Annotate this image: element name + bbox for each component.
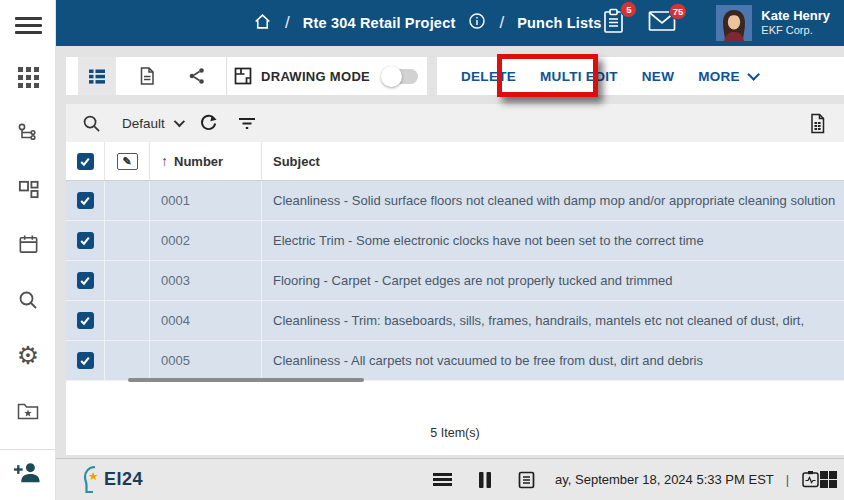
document-view-icon[interactable] bbox=[128, 57, 166, 95]
info-icon[interactable] bbox=[468, 12, 486, 34]
refresh-icon[interactable] bbox=[192, 106, 226, 140]
column-header-number[interactable]: ↑ Number bbox=[150, 142, 262, 180]
horizontal-scrollbar[interactable] bbox=[128, 378, 364, 382]
add-user-icon[interactable] bbox=[12, 458, 43, 493]
taskbar-separator: | bbox=[786, 472, 789, 487]
workflow-branch-icon[interactable] bbox=[16, 121, 40, 145]
dashboard-icon[interactable] bbox=[16, 177, 40, 201]
user-menu[interactable]: Kate Henry EKF Corp. bbox=[761, 8, 830, 38]
breadcrumb: / Rte 304 Retail Project / Punch Lists bbox=[253, 12, 602, 35]
taskbar-pause-icon[interactable] bbox=[478, 472, 492, 488]
column-header-subject[interactable]: Subject bbox=[262, 154, 844, 169]
tasks-badge: 5 bbox=[620, 1, 637, 18]
markup-column-icon[interactable]: ✎ bbox=[117, 153, 138, 170]
desktop-taskbar: EI24 ay, September 18, 2024 5:33 PM EST … bbox=[56, 458, 844, 500]
row-checkbox[interactable] bbox=[77, 312, 94, 329]
user-avatar[interactable] bbox=[716, 5, 752, 41]
select-all-checkbox[interactable] bbox=[77, 153, 94, 170]
table-search-icon[interactable] bbox=[74, 106, 108, 140]
app-header: / Rte 304 Retail Project / Punch Lists 5 bbox=[56, 0, 844, 46]
user-name: Kate Henry bbox=[761, 8, 830, 24]
user-org: EKF Corp. bbox=[761, 24, 830, 38]
row-checkbox[interactable] bbox=[77, 232, 94, 249]
menu-hamburger-icon[interactable] bbox=[15, 13, 42, 35]
list-view-icon[interactable] bbox=[78, 57, 116, 95]
row-subject: Cleanliness - All carpets not vacuumed t… bbox=[262, 341, 844, 380]
action-toolbar: DELETE MULTI EDIT NEW MORE bbox=[437, 57, 844, 95]
table-row[interactable]: 0003 Flooring - Carpet - Carpet edges ar… bbox=[66, 261, 844, 301]
header-right: 5 75 Kate Henry EKF Corp. bbox=[602, 5, 844, 41]
search-icon[interactable] bbox=[16, 288, 40, 312]
row-subject: Cleanliness - Trim: baseboards, sills, f… bbox=[262, 301, 844, 340]
row-number: 0001 bbox=[150, 181, 262, 220]
table-row[interactable]: 0001 Cleanliness - Solid surface floors … bbox=[66, 181, 844, 221]
table-row[interactable]: 0004 Cleanliness - Trim: baseboards, sil… bbox=[66, 301, 844, 341]
calendar-icon[interactable] bbox=[16, 232, 40, 256]
drawing-mode-icon bbox=[233, 66, 253, 86]
row-checkbox[interactable] bbox=[77, 272, 94, 289]
row-number: 0004 bbox=[150, 301, 262, 340]
chevron-down-icon bbox=[174, 116, 185, 127]
table-header-row: ✎ ↑ Number Subject bbox=[66, 142, 844, 181]
taskbar-menu-icon[interactable] bbox=[433, 472, 452, 487]
share-icon[interactable] bbox=[178, 57, 216, 95]
breadcrumb-separator: / bbox=[285, 13, 290, 33]
view-selector-value: Default bbox=[122, 116, 165, 131]
item-count: 5 Item(s) bbox=[66, 426, 844, 440]
row-checkbox[interactable] bbox=[77, 352, 94, 369]
chevron-down-icon bbox=[747, 68, 760, 81]
new-button[interactable]: NEW bbox=[642, 69, 674, 84]
toolbar-divider bbox=[226, 57, 227, 95]
messages-envelope-icon[interactable]: 75 bbox=[648, 10, 676, 36]
view-toolbar: DRAWING MODE bbox=[66, 57, 427, 95]
taskbar-notes-icon[interactable] bbox=[518, 471, 535, 489]
more-button[interactable]: MORE bbox=[698, 69, 756, 84]
messages-badge: 75 bbox=[669, 3, 688, 20]
filter-icon[interactable] bbox=[230, 106, 264, 140]
windows-logo-icon[interactable] bbox=[820, 471, 837, 488]
filter-bar: Default bbox=[66, 104, 844, 142]
sort-ascending-icon: ↑ bbox=[161, 153, 168, 169]
left-sidebar: ⚙ bbox=[0, 0, 56, 500]
row-subject: Flooring - Carpet - Carpet edges are not… bbox=[262, 261, 844, 300]
tasks-clipboard-icon[interactable]: 5 bbox=[602, 8, 626, 38]
breadcrumb-separator: / bbox=[499, 13, 504, 33]
drawing-mode-label: DRAWING MODE bbox=[261, 69, 370, 84]
breadcrumb-page[interactable]: Punch Lists bbox=[517, 15, 601, 31]
more-label: MORE bbox=[698, 69, 740, 84]
punch-list-table: ✎ ↑ Number Subject 0001 Cleanliness - So… bbox=[66, 142, 844, 455]
ei24-logo[interactable]: EI24 bbox=[80, 464, 143, 496]
home-icon[interactable] bbox=[253, 12, 272, 35]
taskbar-datetime[interactable]: ay, September 18, 2024 5:33 PM EST bbox=[555, 472, 774, 487]
sidebar-divider bbox=[0, 449, 56, 450]
ei24-logo-text: EI24 bbox=[104, 469, 143, 490]
row-subject: Electric Trim - Some electronic clocks h… bbox=[262, 221, 844, 260]
row-number: 0005 bbox=[150, 341, 262, 380]
taskbar-activity-icon[interactable] bbox=[801, 470, 820, 489]
view-selector-dropdown[interactable]: Default bbox=[122, 116, 182, 131]
starred-folder-icon[interactable] bbox=[16, 399, 40, 423]
table-row[interactable]: 0002 Electric Trim - Some electronic clo… bbox=[66, 221, 844, 261]
row-number: 0002 bbox=[150, 221, 262, 260]
delete-button[interactable]: DELETE bbox=[461, 69, 516, 84]
settings-gear-icon[interactable]: ⚙ bbox=[16, 343, 40, 367]
export-spreadsheet-icon[interactable] bbox=[800, 106, 834, 140]
row-number: 0003 bbox=[150, 261, 262, 300]
apps-grid-icon[interactable] bbox=[16, 65, 40, 89]
multi-edit-button[interactable]: MULTI EDIT bbox=[540, 69, 618, 84]
row-subject: Cleanliness - Solid surface floors not c… bbox=[262, 181, 844, 220]
breadcrumb-project[interactable]: Rte 304 Retail Project bbox=[303, 15, 456, 31]
row-checkbox[interactable] bbox=[77, 192, 94, 209]
drawing-mode-toggle[interactable] bbox=[384, 69, 418, 84]
table-row[interactable]: 0005 Cleanliness - All carpets not vacuu… bbox=[66, 341, 844, 381]
